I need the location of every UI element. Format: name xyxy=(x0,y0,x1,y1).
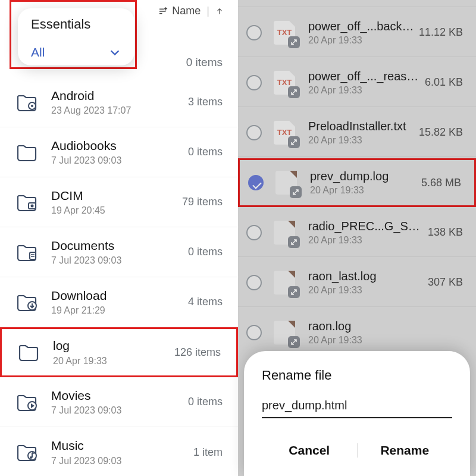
file-row[interactable]: TXT power_off_..._reason.txt 20 Apr 19:3… xyxy=(238,58,476,107)
select-radio[interactable] xyxy=(246,125,262,140)
folder-row[interactable]: Audiobooks 7 Jul 2023 09:03 0 items xyxy=(0,127,238,177)
file-size: 138 KB xyxy=(428,226,463,239)
file-row[interactable]: TXT pm_uebug_into.txt 20 Apr 19:33 2.01 … xyxy=(238,0,476,7)
folder-date: 23 Aug 2023 17:07 xyxy=(51,105,188,116)
file-type-icon: TXT xyxy=(270,68,299,97)
file-row[interactable]: raon_last.log 20 Apr 19:33 307 KB xyxy=(238,258,476,307)
rename-input[interactable] xyxy=(262,396,452,418)
file-type-icon: TXT xyxy=(270,18,299,47)
folder-icon xyxy=(15,90,39,114)
folder-row[interactable]: Movies 7 Jul 2023 09:03 0 items xyxy=(0,377,238,427)
file-row[interactable]: radio_PREC...G_SET.log 20 Apr 19:33 138 … xyxy=(238,208,476,257)
dialog-title: Rename file xyxy=(262,368,452,383)
expand-badge-icon xyxy=(288,136,300,148)
file-text: raon_last.log 20 Apr 19:33 xyxy=(308,270,423,296)
sort-icon xyxy=(158,6,168,17)
file-text: prev_dump.log 20 Apr 19:33 xyxy=(310,170,416,196)
folder-count: 0 items xyxy=(188,146,223,158)
filter-popup[interactable]: Essentials All xyxy=(18,8,134,65)
svg-line-18 xyxy=(32,453,35,453)
file-text: PreloadInstaller.txt 20 Apr 19:33 xyxy=(308,120,414,146)
select-radio[interactable] xyxy=(246,75,262,90)
folder-row[interactable]: Music 7 Jul 2023 09:03 1 item xyxy=(0,427,238,476)
folder-count: 0 items xyxy=(188,396,223,408)
file-date: 20 Apr 19:33 xyxy=(310,185,416,196)
file-name: PreloadInstaller.txt xyxy=(308,120,414,133)
folder-date: 7 Jul 2023 09:03 xyxy=(51,255,188,266)
select-radio[interactable] xyxy=(248,175,264,190)
folder-count: 1 item xyxy=(193,446,223,459)
svg-point-7 xyxy=(31,204,34,207)
select-radio[interactable] xyxy=(246,325,262,340)
folder-text: Android 23 Aug 2023 17:07 xyxy=(51,88,188,116)
expand-badge-icon xyxy=(288,36,300,48)
chevron-down-icon[interactable] xyxy=(108,46,121,59)
filter-title: Essentials xyxy=(31,17,121,32)
folder-name: Audiobooks xyxy=(51,138,188,154)
folder-count: 4 items xyxy=(188,296,223,308)
svg-rect-8 xyxy=(30,252,36,259)
svg-text:TXT: TXT xyxy=(277,128,292,137)
folder-icon xyxy=(15,240,39,264)
items-count: 0 items xyxy=(186,56,223,69)
folder-date: 7 Jul 2023 09:03 xyxy=(51,155,188,166)
file-name: raon_last.log xyxy=(308,270,423,283)
select-radio[interactable] xyxy=(246,275,262,290)
file-row[interactable]: TXT power_off_...backup.txt 20 Apr 19:33… xyxy=(238,8,476,57)
svg-text:TXT: TXT xyxy=(277,28,292,37)
folder-icon xyxy=(15,290,39,314)
folder-text: DCIM 19 Apr 20:45 xyxy=(51,188,182,216)
folder-icon xyxy=(15,140,39,164)
file-text: radio_PREC...G_SET.log 20 Apr 19:33 xyxy=(308,220,423,246)
select-radio[interactable] xyxy=(246,225,262,240)
expand-badge-icon xyxy=(290,186,302,198)
sort-control[interactable]: Name | xyxy=(158,5,224,17)
folder-icon xyxy=(15,440,39,464)
file-type-icon xyxy=(270,268,299,297)
folder-row[interactable]: Android 23 Aug 2023 17:07 3 items xyxy=(0,77,238,127)
folder-icon xyxy=(15,190,39,214)
folder-name: Music xyxy=(51,438,193,453)
folder-count: 3 items xyxy=(188,96,223,108)
svg-point-5 xyxy=(31,105,33,107)
file-date: 20 Apr 19:33 xyxy=(308,135,414,146)
file-name: raon.log xyxy=(308,320,458,333)
svg-text:TXT: TXT xyxy=(277,78,292,87)
expand-badge-icon xyxy=(288,286,300,298)
folder-row[interactable]: Download 19 Apr 21:29 4 items xyxy=(0,277,238,327)
file-type-icon xyxy=(270,218,299,247)
folder-text: log 20 Apr 19:33 xyxy=(53,338,174,366)
file-size: 11.12 KB xyxy=(419,26,463,39)
file-date: 20 Apr 19:33 xyxy=(308,85,420,96)
file-type-icon xyxy=(272,168,300,197)
select-radio[interactable] xyxy=(246,25,262,40)
folder-name: Android xyxy=(51,88,188,104)
folder-name: Download xyxy=(51,288,188,303)
filter-value[interactable]: All xyxy=(31,45,45,60)
file-type-icon: TXT xyxy=(270,118,299,147)
cancel-button[interactable]: Cancel xyxy=(262,439,357,462)
file-name: radio_PREC...G_SET.log xyxy=(308,220,423,233)
folder-name: Documents xyxy=(51,238,188,253)
folder-name: DCIM xyxy=(51,188,182,203)
rename-dialog: Rename file Cancel Rename xyxy=(244,351,470,476)
file-row[interactable]: TXT PreloadInstaller.txt 20 Apr 19:33 15… xyxy=(238,108,476,157)
file-name: prev_dump.log xyxy=(310,170,416,183)
files-pane: TXT pm_uebug_into.txt 20 Apr 19:33 2.01 … xyxy=(238,0,476,476)
file-text: power_off_..._reason.txt 20 Apr 19:33 xyxy=(308,70,420,96)
folder-date: 19 Apr 21:29 xyxy=(51,305,188,316)
folder-name: log xyxy=(53,338,174,353)
folder-row[interactable]: Documents 7 Jul 2023 09:03 0 items xyxy=(0,227,238,277)
file-row[interactable]: prev_dump.log 20 Apr 19:33 5.68 MB xyxy=(238,158,476,207)
folder-row[interactable]: log 20 Apr 19:33 126 items xyxy=(0,327,238,377)
rename-button[interactable]: Rename xyxy=(358,439,453,462)
folder-text: Documents 7 Jul 2023 09:03 xyxy=(51,238,188,266)
folders-pane: Name | Essentials All 0 items Android 23… xyxy=(0,0,238,476)
folder-row[interactable]: DCIM 19 Apr 20:45 79 items xyxy=(0,177,238,227)
file-date: 20 Apr 19:33 xyxy=(308,35,414,46)
arrow-up-icon[interactable] xyxy=(215,6,224,17)
expand-badge-icon xyxy=(288,86,300,98)
folder-date: 20 Apr 19:33 xyxy=(53,356,174,367)
file-row[interactable]: raon.log 20 Apr 19:33 xyxy=(238,308,476,357)
folder-text: Music 7 Jul 2023 09:03 xyxy=(51,438,193,466)
